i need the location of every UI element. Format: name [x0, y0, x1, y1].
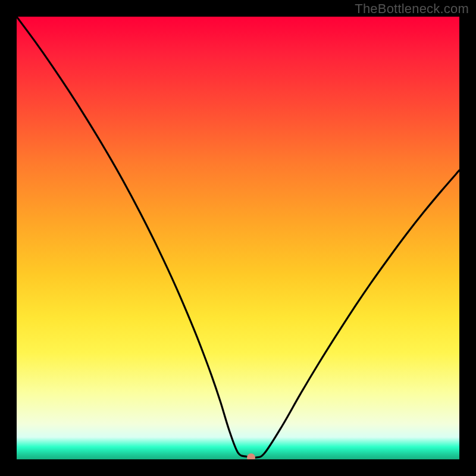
watermark-text: TheBottleneck.com [355, 1, 469, 17]
chart-frame: TheBottleneck.com [0, 0, 476, 476]
bottleneck-curve [17, 17, 459, 459]
plot-area [17, 17, 459, 459]
optimum-marker [247, 453, 255, 459]
